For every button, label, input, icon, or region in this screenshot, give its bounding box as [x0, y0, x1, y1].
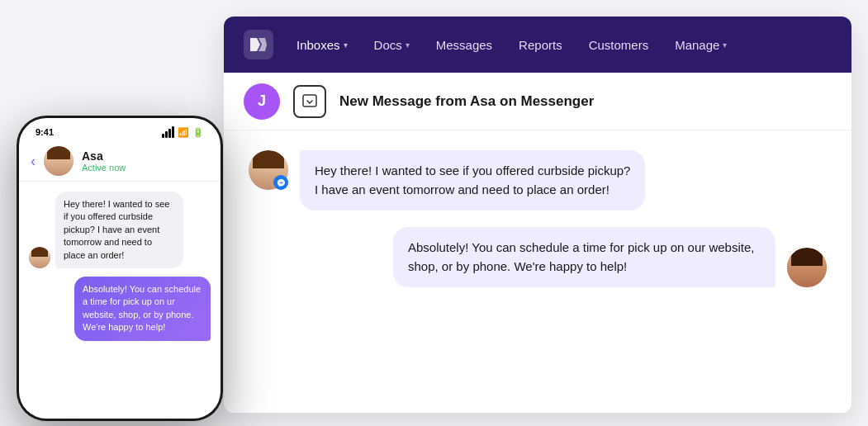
nav-item-inboxes[interactable]: Inboxes ▾ [287, 33, 358, 57]
phone-status-bar: 9:41 📶 🔋 [19, 118, 221, 141]
nav-item-reports[interactable]: Reports [509, 33, 572, 57]
nav-messages-label: Messages [436, 38, 492, 52]
sender-avatar-wrap [249, 150, 288, 190]
outgoing-bubble: Absolutely! You can schedule a time for … [393, 227, 776, 287]
contact-status: Active now [82, 163, 126, 173]
inboxes-chevron-icon: ▾ [344, 40, 348, 50]
battery-icon: 🔋 [192, 127, 204, 138]
contact-info: Asa Active now [82, 149, 126, 173]
nav-item-customers[interactable]: Customers [579, 33, 659, 57]
signal-icon [162, 126, 174, 138]
wifi-icon: 📶 [178, 127, 189, 138]
chat-outgoing-message: Absolutely! You can schedule a time for … [393, 227, 827, 287]
phone-outgoing-msg: Absolutely! You can schedule a time for … [74, 277, 211, 341]
nav-reports-label: Reports [519, 38, 562, 52]
phone-time: 9:41 [36, 127, 54, 137]
agent-avatar [787, 248, 827, 287]
contact-avatar [44, 146, 74, 176]
incoming-bubble: Hey there! I wanted to see if you offere… [300, 150, 645, 211]
phone-incoming-msg: Hey there! I wanted to see if you offere… [29, 192, 183, 268]
nav-item-messages[interactable]: Messages [426, 33, 502, 57]
phone-incoming-bubble: Hey there! I wanted to see if you offere… [55, 192, 183, 268]
back-icon[interactable]: ‹ [31, 153, 36, 170]
nav-manage-label: Manage [675, 38, 719, 52]
nav-item-docs[interactable]: Docs ▾ [364, 33, 420, 57]
notification-avatar: J [244, 83, 280, 120]
phone-messages-area: Hey there! I wanted to see if you offere… [19, 182, 221, 419]
phone-outgoing-bubble: Absolutely! You can schedule a time for … [74, 277, 211, 341]
svg-rect-1 [303, 95, 316, 106]
chat-area: Hey there! I wanted to see if you offere… [224, 130, 851, 413]
nav-bar: Inboxes ▾ Docs ▾ Messages Reports Custom… [224, 17, 851, 73]
contact-name: Asa [82, 149, 126, 163]
notification-bar: J New Message from Asa on Messenger [224, 73, 851, 130]
nav-item-manage[interactable]: Manage ▾ [665, 33, 737, 57]
message-box-icon [293, 85, 326, 118]
nav-inboxes-label: Inboxes [296, 38, 340, 52]
notification-text: New Message from Asa on Messenger [339, 93, 594, 110]
nav-docs-label: Docs [374, 38, 402, 52]
chat-incoming-message: Hey there! I wanted to see if you offere… [249, 150, 682, 211]
messenger-badge-icon [273, 175, 288, 190]
phone-sender-avatar [29, 247, 50, 268]
docs-chevron-icon: ▾ [406, 40, 410, 50]
nav-customers-label: Customers [589, 38, 649, 52]
notification-avatar-letter: J [258, 92, 266, 110]
phone-mockup: 9:41 📶 🔋 ‹ Asa Active n [17, 116, 223, 421]
phone-chat-header: ‹ Asa Active now [19, 141, 221, 182]
app-logo[interactable] [244, 30, 273, 59]
manage-chevron-icon: ▾ [723, 40, 727, 50]
app-mockup: Inboxes ▾ Docs ▾ Messages Reports Custom… [224, 17, 851, 413]
